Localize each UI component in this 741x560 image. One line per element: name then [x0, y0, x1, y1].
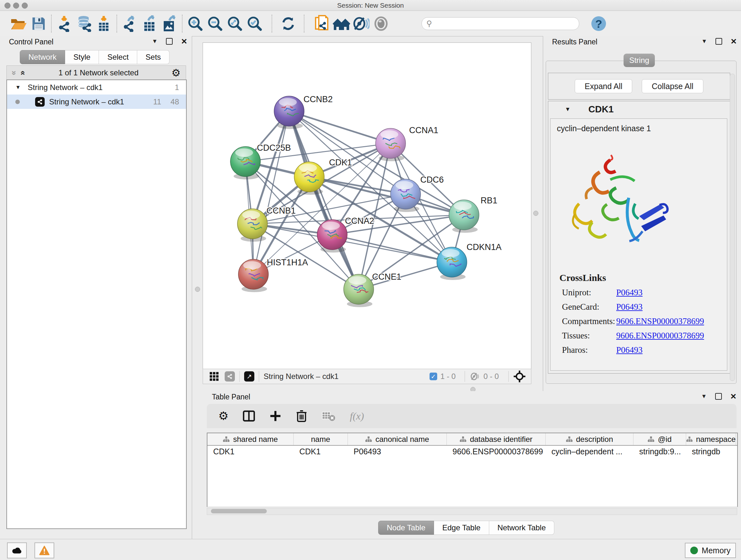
panel-menu-icon[interactable]: ▼	[701, 38, 707, 45]
export-table-button[interactable]	[140, 14, 159, 33]
show-hide-graphics-button[interactable]	[351, 14, 371, 33]
tab-node-table[interactable]: Node Table	[378, 521, 434, 535]
table-horizontal-scrollbar[interactable]	[207, 508, 737, 515]
close-panel-icon[interactable]: ✕	[731, 39, 737, 44]
grid-view-icon[interactable]	[209, 372, 219, 381]
crosslink-link[interactable]: 9606.ENSP00000378699	[616, 316, 727, 326]
string-network-graph[interactable]: CCNB2 CCNA1 CDC25B CDK1 CDC6 RB1 CCNB1	[203, 43, 530, 368]
scrollbar-thumb[interactable]	[211, 509, 267, 513]
tab-select[interactable]: Select	[99, 50, 137, 64]
column-header-database-identifier[interactable]: database identifier	[447, 433, 546, 445]
tab-style[interactable]: Style	[65, 50, 99, 64]
refresh-view-button[interactable]	[278, 14, 298, 33]
save-session-button[interactable]	[29, 14, 49, 33]
crosslink-link[interactable]: 9606.ENSP00000378699	[616, 331, 727, 341]
collection-expand-caret[interactable]: ▼	[15, 84, 21, 91]
table-cell[interactable]: 9606.ENSP00000378699	[447, 446, 546, 457]
collapse-all-button[interactable]: Collapse All	[642, 79, 703, 93]
expand-all-button[interactable]: Expand All	[575, 79, 632, 93]
zoom-out-button[interactable]	[205, 14, 225, 33]
column-header-canonical-name[interactable]: canonical name	[348, 433, 447, 445]
selected-checkbox-icon[interactable]: ✓	[429, 373, 437, 380]
float-panel-icon[interactable]	[715, 393, 722, 400]
network-row[interactable]: String Network – cdk1 11 48	[7, 95, 186, 109]
collapse-all-networks-icon[interactable]: »	[9, 71, 19, 75]
node-CDC6[interactable]: CDC6	[391, 175, 444, 212]
table-cell[interactable]: P06493	[348, 446, 447, 457]
node-RB1[interactable]: RB1	[449, 196, 497, 233]
tab-string[interactable]: String	[623, 54, 655, 67]
expand-all-networks-icon[interactable]: «	[18, 71, 28, 75]
open-in-browser-icon[interactable]: ↗	[244, 371, 254, 381]
network-view-canvas[interactable]: CCNB2 CCNA1 CDC25B CDK1 CDC6 RB1 CCNB1	[203, 43, 531, 369]
birds-eye-view-button[interactable]	[371, 14, 391, 33]
zoom-fit-button[interactable]	[225, 14, 245, 33]
column-header-description[interactable]: description	[546, 433, 633, 445]
export-network-button[interactable]	[120, 14, 140, 33]
search-input[interactable]	[434, 19, 569, 28]
node-CCNA1[interactable]: CCNA1	[376, 125, 439, 161]
edge-CCNB2-HIST1H1A[interactable]	[253, 111, 289, 274]
section-expand-caret[interactable]: ▼	[565, 106, 570, 113]
tab-network-table[interactable]: Network Table	[489, 521, 555, 535]
tab-edge-table[interactable]: Edge Table	[434, 521, 489, 535]
network-collection-row[interactable]: ▼ String Network – cdk1 1	[7, 80, 186, 95]
delete-table-icon[interactable]	[322, 411, 336, 422]
table-cell[interactable]: stringdb:9...	[633, 446, 686, 457]
network-icon-gray[interactable]	[225, 371, 235, 381]
column-header-shared-name[interactable]: shared name	[207, 433, 293, 445]
gene-section-header[interactable]: ▼ CDK1	[548, 101, 730, 117]
table-cell[interactable]: CDK1	[207, 446, 293, 457]
delete-column-icon[interactable]	[295, 410, 308, 422]
table-row[interactable]: CDK1CDK1P064939606.ENSP00000378699cyclin…	[207, 446, 737, 457]
panel-menu-icon[interactable]: ▼	[701, 393, 707, 400]
panel-menu-icon[interactable]: ▼	[152, 38, 158, 45]
edge-CCNA2-CDKN1A[interactable]	[332, 235, 452, 262]
node-HIST1H1A[interactable]: HIST1H1A	[239, 258, 308, 292]
zoom-selected-button[interactable]	[245, 14, 265, 33]
warnings-button[interactable]	[35, 543, 54, 558]
pan-crosshair-icon[interactable]	[513, 370, 526, 383]
annotation-button[interactable]	[312, 14, 332, 33]
home-button[interactable]	[332, 14, 351, 33]
left-splitter-grip[interactable]	[195, 287, 200, 292]
crosslink-link[interactable]: P06493	[616, 288, 727, 298]
import-network-file-button[interactable]	[55, 14, 74, 33]
float-panel-icon[interactable]	[166, 38, 173, 45]
column-header--id[interactable]: @id	[633, 433, 686, 445]
zoom-in-button[interactable]	[185, 14, 205, 33]
right-splitter-grip[interactable]	[533, 211, 538, 216]
edge-CCNB2-CCNA1[interactable]	[289, 111, 391, 143]
function-builder-icon[interactable]: f(x)	[350, 410, 364, 422]
import-network-database-button[interactable]	[74, 14, 94, 33]
column-header-name[interactable]: name	[293, 433, 348, 445]
table-cell[interactable]: stringdb	[686, 446, 736, 457]
close-panel-icon[interactable]: ✕	[181, 39, 187, 44]
help-button[interactable]: ?	[589, 14, 609, 33]
crosslink-link[interactable]: P06493	[616, 345, 727, 355]
cloud-status-button[interactable]	[7, 543, 27, 558]
close-panel-icon[interactable]: ✕	[730, 394, 737, 399]
node-CCNE1[interactable]: CCNE1	[344, 272, 401, 307]
node-CCNA2[interactable]: CCNA2	[317, 216, 374, 253]
node-CDK1[interactable]: CDK1	[294, 158, 352, 195]
open-file-button[interactable]	[9, 14, 29, 33]
column-header-namespace[interactable]: namespace	[686, 433, 736, 445]
tab-sets[interactable]: Sets	[137, 50, 170, 64]
import-table-button[interactable]	[94, 14, 114, 33]
table-options-gear-icon[interactable]: ⚙	[218, 410, 228, 422]
export-image-button[interactable]	[159, 14, 179, 33]
crosslink-link[interactable]: P06493	[616, 302, 727, 312]
float-panel-icon[interactable]	[716, 38, 722, 45]
hidden-eye-slash-icon[interactable]	[469, 372, 480, 381]
show-columns-icon[interactable]	[243, 410, 255, 422]
create-column-icon[interactable]	[269, 410, 281, 422]
tab-network[interactable]: Network	[20, 50, 65, 64]
node-CCNB1[interactable]: CCNB1	[238, 206, 296, 242]
node-CDKN1A[interactable]: CDKN1A	[437, 242, 502, 280]
network-options-gear-icon[interactable]: ⚙	[172, 68, 181, 78]
table-cell[interactable]: cyclin–dependent ...	[546, 446, 633, 457]
memory-button[interactable]: Memory	[685, 543, 736, 558]
table-cell[interactable]: CDK1	[293, 446, 348, 457]
results-scrollbar[interactable]	[730, 74, 735, 381]
